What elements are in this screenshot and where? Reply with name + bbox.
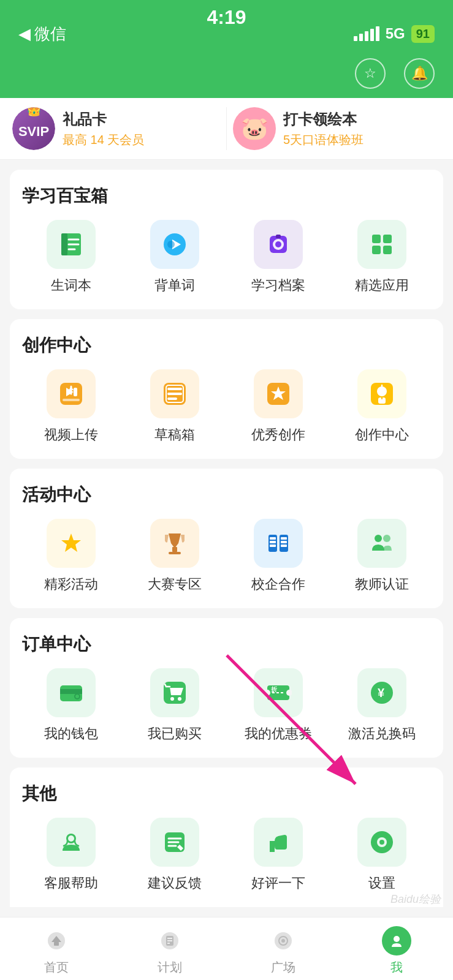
svg-rect-24	[167, 393, 182, 395]
chuangzuo-item-2[interactable]: 草稿箱	[126, 369, 223, 444]
home-label: 首页	[44, 959, 69, 976]
svg-rect-39	[270, 541, 276, 543]
back-button[interactable]: ◀ 微信	[18, 23, 66, 45]
dingdan-label-2: 我已购买	[148, 725, 202, 743]
xiaoqihezuo-icon	[254, 519, 303, 568]
svg-rect-18	[74, 388, 77, 396]
svip-label: SVIP	[18, 124, 49, 140]
home-icon	[42, 926, 71, 956]
signal-icon	[354, 26, 379, 41]
youxiuchuangzuo-icon	[254, 369, 303, 418]
plan-icon	[155, 926, 185, 956]
qita-item-1[interactable]: 客服帮助	[22, 818, 120, 892]
woqianbao-icon	[47, 668, 96, 717]
square-label: 广场	[271, 959, 295, 976]
shipinshangchuan-icon	[47, 369, 96, 418]
bottom-nav-plan[interactable]: 计划	[155, 926, 185, 976]
bottom-nav: 首页 计划 广场	[0, 917, 453, 980]
chuangzuo-label-3: 优秀创作	[251, 426, 305, 444]
svg-rect-43	[281, 541, 287, 543]
square-icon	[268, 926, 298, 956]
wodeyouhuiquan-icon: 折	[254, 668, 303, 717]
dingdan-item-3[interactable]: 折 我的优惠券	[230, 668, 327, 743]
bottom-nav-square[interactable]: 广场	[268, 926, 298, 976]
xuexi-item-4[interactable]: 精选应用	[333, 220, 431, 295]
chuangzuo-item-3[interactable]: 优秀创作	[230, 369, 327, 444]
xuexi-item-3[interactable]: 学习档案	[230, 220, 327, 295]
huodong-grid: 精彩活动 大赛专区	[22, 519, 431, 594]
dingdan-item-2[interactable]: 我已购买	[126, 668, 223, 743]
svg-text:¥: ¥	[378, 686, 385, 699]
chuangzuo-label-4: 创作中心	[355, 426, 409, 444]
svg-point-30	[377, 386, 387, 396]
svg-rect-36	[169, 552, 181, 554]
xuexi-item-1[interactable]: 生词本	[22, 220, 120, 295]
chuangzuo-label-1: 视频上传	[44, 426, 98, 444]
qita-item-3[interactable]: 好评一下	[230, 818, 327, 892]
svg-rect-1	[61, 233, 67, 255]
status-indicators: 5G 91	[354, 25, 435, 43]
bottom-nav-home[interactable]: 首页	[42, 926, 71, 976]
huodong-item-2[interactable]: 大赛专区	[126, 519, 223, 594]
bottom-nav-me[interactable]: 我	[382, 926, 411, 976]
crown-icon: 👑	[26, 107, 42, 117]
back-arrow: ◀	[18, 24, 31, 43]
svg-rect-15	[383, 246, 392, 254]
qita-item-4[interactable]: 设置	[333, 818, 431, 892]
qita-label-1: 客服帮助	[44, 874, 98, 892]
chuangzuo-item-1[interactable]: 视频上传	[22, 369, 120, 444]
svg-rect-25	[167, 398, 177, 400]
dingdan-item-1[interactable]: 我的钱包	[22, 668, 120, 743]
promo-banner: 👑 SVIP 礼品卡 最高 14 天会员 🐷 打卡领绘本 5天口语体验班	[0, 98, 453, 160]
me-icon	[382, 926, 411, 956]
haopingyixia-icon	[254, 818, 303, 867]
dingdan-label-1: 我的钱包	[44, 725, 98, 743]
svg-point-46	[383, 535, 390, 542]
chuangzuo-item-4[interactable]: 创作中心	[333, 369, 431, 444]
watermark: Baidu绘验	[390, 892, 441, 907]
section-title-huodong: 活动中心	[22, 483, 431, 507]
notification-icon[interactable]: 🔔	[404, 58, 435, 89]
xuexi-item-2[interactable]: 背单词	[126, 220, 223, 295]
svg-rect-42	[281, 537, 287, 540]
svg-rect-70	[381, 831, 383, 836]
svg-rect-23	[167, 388, 182, 390]
qita-item-2[interactable]: 建议反馈	[126, 818, 223, 892]
dingdan-item-4[interactable]: ¥ 激活兑换码	[333, 668, 431, 743]
huodong-item-4[interactable]: 教师认证	[333, 519, 431, 594]
huodong-label-1: 精彩活动	[44, 575, 98, 594]
network-type: 5G	[386, 25, 405, 42]
status-time: 4:19	[207, 6, 246, 29]
qita-grid: 客服帮助 建议反馈	[22, 818, 431, 892]
section-huodong: 活动中心 精彩活动	[10, 469, 443, 608]
xuexi-label-3: 学习档案	[251, 276, 305, 295]
svg-point-52	[170, 697, 174, 701]
svg-rect-13	[383, 235, 392, 243]
pig-avatar: 🐷	[233, 107, 276, 150]
svg-rect-11	[276, 235, 281, 238]
svg-text:折: 折	[270, 686, 278, 693]
huodong-label-3: 校企合作	[251, 575, 305, 594]
qita-label-2: 建议反馈	[148, 874, 202, 892]
promo-item-2[interactable]: 🐷 打卡领绘本 5天口语体验班	[233, 107, 441, 150]
section-title-chuangzuo: 创作中心	[22, 334, 431, 357]
huodong-label-4: 教师认证	[355, 575, 409, 594]
nav-bar: ☆ 🔔	[0, 49, 453, 98]
favorite-icon[interactable]: ☆	[355, 58, 386, 89]
jihuoduihuanma-icon: ¥	[357, 668, 406, 717]
xuexi-label-4: 精选应用	[355, 276, 409, 295]
jianyfankui-icon	[150, 818, 199, 867]
xuexidangan-icon	[254, 220, 303, 269]
section-title-dingdan: 订单中心	[22, 633, 431, 656]
jiaoshirenzheng-icon	[357, 519, 406, 568]
huodong-item-1[interactable]: 精彩活动	[22, 519, 120, 594]
section-title-xuexi: 学习百宝箱	[22, 184, 431, 208]
svg-rect-38	[270, 537, 276, 540]
promo-item-1[interactable]: 👑 SVIP 礼品卡 最高 14 天会员	[12, 107, 220, 150]
chuangzuo-label-2: 草稿箱	[154, 426, 195, 444]
svg-rect-48	[60, 689, 82, 694]
svg-rect-73	[388, 841, 393, 843]
beidanci-icon	[150, 220, 199, 269]
huodong-item-3[interactable]: 校企合作	[230, 519, 327, 594]
jingxuanyingyong-icon	[357, 220, 406, 269]
